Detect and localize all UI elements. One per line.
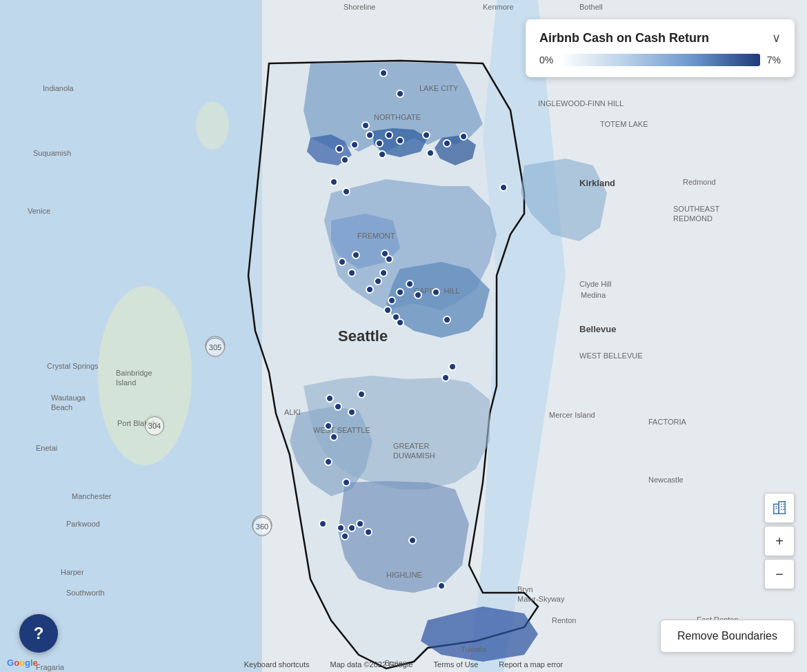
data-dot bbox=[330, 178, 338, 186]
keyboard-shortcuts-link[interactable]: Keyboard shortcuts bbox=[244, 660, 310, 669]
data-dot bbox=[385, 255, 393, 263]
data-dot bbox=[350, 141, 359, 149]
data-dot bbox=[375, 139, 383, 147]
data-dot bbox=[330, 433, 338, 441]
data-dot bbox=[414, 291, 422, 299]
data-dot bbox=[426, 149, 435, 157]
data-dot bbox=[324, 422, 332, 430]
data-dot bbox=[334, 403, 342, 411]
data-dot bbox=[357, 390, 366, 398]
data-dot bbox=[448, 363, 457, 371]
route-304: 304 bbox=[145, 416, 164, 436]
legend-min-label: 0% bbox=[539, 54, 553, 65]
data-dot bbox=[319, 520, 327, 528]
data-dot bbox=[383, 306, 392, 314]
data-dot bbox=[338, 258, 346, 266]
map-data-label: Map data ©2022 Google bbox=[330, 660, 413, 669]
data-dot bbox=[459, 132, 468, 141]
svg-point-20 bbox=[196, 101, 229, 150]
data-dot bbox=[379, 269, 388, 277]
route-360: 360 bbox=[252, 517, 272, 536]
data-dot bbox=[337, 524, 345, 532]
data-dot bbox=[385, 131, 393, 139]
data-dot bbox=[379, 69, 388, 77]
svg-rect-22 bbox=[779, 502, 785, 513]
data-dot bbox=[352, 251, 360, 259]
zoom-in-button[interactable]: + bbox=[764, 526, 795, 556]
data-dot bbox=[396, 90, 404, 98]
help-button[interactable]: ? bbox=[19, 614, 58, 653]
data-dot bbox=[361, 121, 370, 130]
data-dot bbox=[348, 524, 356, 532]
data-dot bbox=[443, 139, 451, 147]
data-dot bbox=[356, 520, 364, 528]
legend-chevron-icon[interactable]: ∨ bbox=[772, 30, 781, 45]
svg-point-19 bbox=[98, 286, 192, 465]
data-dot bbox=[341, 532, 349, 540]
data-dot bbox=[374, 277, 382, 285]
legend-max-label: 7% bbox=[767, 54, 781, 65]
svg-marker-10 bbox=[338, 481, 469, 593]
remove-boundaries-button[interactable]: Remove Boundaries bbox=[660, 620, 795, 653]
data-dot bbox=[366, 285, 374, 294]
data-dot bbox=[388, 296, 396, 305]
data-dot bbox=[378, 150, 386, 159]
legend-gradient-bar bbox=[560, 54, 760, 66]
building-toggle-button[interactable] bbox=[764, 493, 795, 523]
report-error-link[interactable]: Report a map error bbox=[499, 660, 563, 669]
data-dot bbox=[441, 374, 450, 382]
data-dot bbox=[348, 269, 356, 277]
legend-header: Airbnb Cash on Cash Return ∨ bbox=[539, 30, 781, 45]
zoom-out-button[interactable]: − bbox=[764, 559, 795, 589]
map-controls: + − bbox=[764, 493, 795, 589]
data-dot bbox=[408, 536, 417, 544]
legend-gradient-row: 0% 7% bbox=[539, 54, 781, 66]
map-background bbox=[0, 0, 807, 672]
data-dot bbox=[342, 187, 350, 196]
data-dot bbox=[396, 318, 404, 327]
data-dot bbox=[348, 408, 356, 416]
route-305: 305 bbox=[206, 338, 225, 357]
data-dot bbox=[443, 316, 451, 324]
data-dot bbox=[335, 145, 343, 153]
legend-title: Airbnb Cash on Cash Return bbox=[539, 31, 709, 45]
data-dot bbox=[432, 288, 440, 296]
map-container: Seattle Bellevue Kirkland Shoreline Kenm… bbox=[0, 0, 807, 672]
data-dot bbox=[499, 183, 508, 192]
terms-of-use-link[interactable]: Terms of Use bbox=[434, 660, 479, 669]
data-dot bbox=[396, 288, 404, 296]
data-dot bbox=[341, 156, 349, 164]
data-dot bbox=[326, 394, 334, 403]
data-dot bbox=[366, 131, 374, 139]
data-dot bbox=[437, 582, 446, 590]
legend-card: Airbnb Cash on Cash Return ∨ 0% 7% bbox=[526, 19, 795, 77]
bottom-bar: Keyboard shortcuts Map data ©2022 Google… bbox=[0, 657, 807, 672]
data-dot bbox=[342, 478, 350, 487]
data-dot bbox=[324, 458, 332, 466]
data-dot bbox=[406, 280, 414, 288]
data-dot bbox=[422, 131, 430, 139]
data-dot bbox=[364, 528, 372, 536]
data-dot bbox=[396, 136, 404, 145]
